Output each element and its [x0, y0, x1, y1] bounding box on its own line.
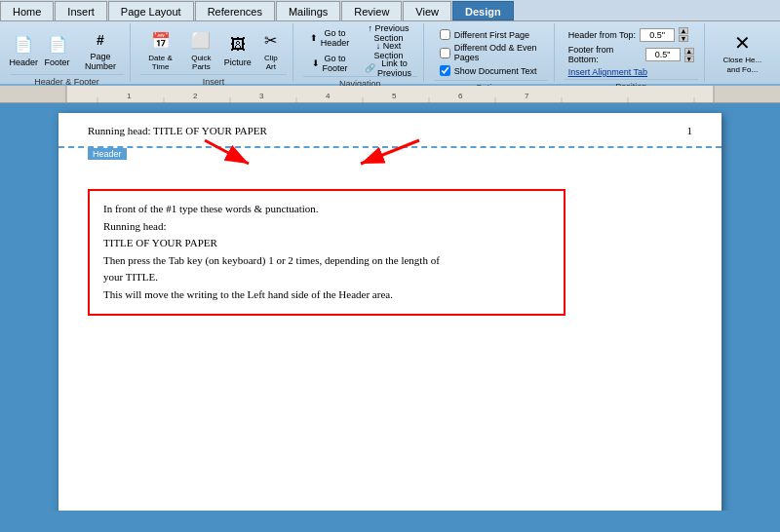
svg-text:3: 3 — [259, 92, 264, 100]
header-top-spinner[interactable]: ▲ ▼ — [679, 27, 688, 42]
next-section-btn[interactable]: ↓ Next Section — [360, 43, 416, 58]
quick-parts-label: Quick Parts — [187, 54, 215, 71]
header-footer-group: 📄 Header 📄 Footer # Page Number Header &… — [4, 23, 131, 82]
tab-bar: Home Insert Page Layout References Maili… — [0, 0, 780, 21]
link-to-prev-btn[interactable]: 🔗 Link to Previous — [360, 60, 416, 76]
annotation-line-1: In front of the #1 type these words & pu… — [103, 203, 319, 214]
doc-body: In front of the #1 type these words & pu… — [58, 160, 722, 335]
show-doc-text-row: Show Document Text — [440, 65, 542, 76]
header-from-top-row: Header from Top: ▲ ▼ — [568, 27, 694, 42]
tab-insert[interactable]: Insert — [55, 1, 107, 20]
link-prev-label: Link to Previous — [376, 58, 411, 78]
footer-bottom-down[interactable]: ▼ — [684, 56, 694, 62]
svg-text:5: 5 — [392, 92, 397, 100]
insert-alignment-tab-btn[interactable]: Insert Alignment Tab — [568, 67, 647, 77]
close-group: ✕ Close He...and Fo... — [709, 23, 776, 82]
picture-btn[interactable]: 🖼 Picture — [222, 25, 254, 74]
show-doc-text-cb[interactable] — [440, 65, 450, 76]
svg-text:2: 2 — [193, 92, 198, 100]
header-from-top-label: Header from Top: — [568, 30, 636, 40]
annotation-box: In front of the #1 type these words & pu… — [88, 189, 566, 316]
page-num-label: Page Number — [80, 52, 122, 71]
goto-footer-label: Go toFooter — [323, 54, 348, 73]
position-content: Header from Top: ▲ ▼ Footer from Bottom:… — [565, 25, 698, 79]
picture-label: Picture — [224, 57, 252, 67]
diff-first-page-cb[interactable] — [440, 29, 450, 40]
goto-header-icon: ⬆ — [310, 33, 318, 43]
svg-text:1: 1 — [127, 92, 132, 100]
ribbon-main: 📄 Header 📄 Footer # Page Number Header &… — [0, 21, 780, 84]
header-from-top-input[interactable] — [640, 28, 675, 42]
options-content: Different First Page Different Odd & Eve… — [434, 25, 548, 80]
close-content: ✕ Close He...and Fo... — [708, 25, 777, 80]
quick-parts-icon: ⬜ — [189, 29, 213, 53]
diff-first-page-row: Different First Page — [440, 29, 542, 40]
tab-references[interactable]: References — [195, 1, 275, 20]
insert-buttons: 📅 Date & Time ⬜ Quick Parts 🖼 Picture ✂ … — [140, 25, 287, 74]
tab-mailings[interactable]: Mailings — [276, 1, 340, 20]
tab-design[interactable]: Design — [452, 1, 514, 20]
navigation-group: ⬆ Go toHeader ⬇ Go toFooter ↑ Previous S… — [297, 23, 424, 82]
ribbon: 📄 Header 📄 Footer # Page Number Header &… — [0, 21, 780, 86]
footer-bottom-up[interactable]: ▲ — [684, 48, 694, 55]
footer-from-bottom-input[interactable] — [645, 48, 681, 61]
annotation-line-3: TITLE OF YOUR PAPER — [103, 237, 217, 248]
ruler: 1 2 3 4 5 6 7 — [0, 86, 780, 103]
annotation-line-6: This will move the writing to the Left h… — [103, 288, 393, 300]
date-label: Date & Time — [145, 54, 176, 71]
section-buttons: ↑ Previous Section ↓ Next Section 🔗 Link… — [360, 25, 416, 76]
tab-view[interactable]: View — [403, 1, 451, 20]
header-icon: 📄 — [12, 33, 35, 57]
clip-art-btn[interactable]: ✂ Clip Art — [255, 25, 287, 74]
clip-art-label: Clip Art — [260, 54, 282, 71]
annotation-line-5: your TITLE. — [103, 271, 158, 283]
diff-odd-even-cb[interactable] — [440, 48, 450, 58]
footer-bottom-spinner[interactable]: ▲ ▼ — [684, 48, 694, 62]
goto-header-label: Go toHeader — [321, 28, 350, 48]
quick-parts-btn[interactable]: ⬜ Quick Parts — [182, 25, 220, 74]
footer-icon: 📄 — [46, 33, 69, 57]
header-label: Header — [9, 57, 38, 67]
tab-home[interactable]: Home — [0, 1, 54, 20]
link-prev-icon: 🔗 — [365, 63, 375, 73]
goto-footer-icon: ⬇ — [312, 58, 320, 68]
footer-from-bottom-row: Footer from Bottom: ▲ ▼ — [568, 45, 694, 64]
tab-page-layout[interactable]: Page Layout — [108, 1, 194, 20]
header-btn[interactable]: 📄 Header — [8, 25, 40, 74]
footer-btn[interactable]: 📄 Footer — [42, 25, 73, 74]
insert-group: 📅 Date & Time ⬜ Quick Parts 🖼 Picture ✂ … — [135, 23, 293, 82]
date-icon: 📅 — [149, 29, 173, 53]
header-top-down[interactable]: ▼ — [679, 35, 688, 42]
page-num-icon: # — [89, 28, 112, 51]
hf-buttons: 📄 Header 📄 Footer # Page Number — [8, 25, 127, 74]
diff-odd-even-row: Different Odd & Even Pages — [440, 43, 542, 62]
footer-from-bottom-label: Footer from Bottom: — [568, 45, 642, 64]
clip-art-icon: ✂ — [259, 29, 283, 53]
ruler-svg: 1 2 3 4 5 6 7 — [0, 86, 780, 103]
picture-icon: 🖼 — [226, 33, 250, 57]
annotation-line-2: Running head: — [103, 220, 166, 232]
footer-label: Footer — [45, 57, 70, 67]
goto-buttons: ⬆ Go toHeader ⬇ Go toFooter — [303, 26, 357, 75]
annotation-line-4: Then press the Tab key (on keyboard) 1 o… — [103, 254, 440, 266]
next-section-label: ↓ Next Section — [365, 41, 411, 60]
header-tab-label[interactable]: Header — [88, 148, 127, 160]
close-icon: ✕ — [734, 31, 751, 55]
options-group: Different First Page Different Odd & Eve… — [428, 23, 555, 82]
prev-section-label: ↑ Previous Section — [365, 23, 411, 43]
svg-rect-1 — [66, 86, 714, 103]
header-top-up[interactable]: ▲ — [679, 27, 688, 34]
document-page: Running head: TITLE OF YOUR PAPER 1 Head… — [58, 113, 722, 511]
close-header-footer-btn[interactable]: ✕ Close He...and Fo... — [716, 28, 769, 77]
page-number-btn[interactable]: # Page Number — [75, 25, 127, 74]
nav-content: ⬆ Go toHeader ⬇ Go toFooter ↑ Previous S… — [303, 25, 417, 76]
position-group: Header from Top: ▲ ▼ Footer from Bottom:… — [559, 23, 705, 82]
page-number: 1 — [687, 125, 693, 136]
date-time-btn[interactable]: 📅 Date & Time — [140, 25, 180, 74]
doc-header[interactable]: Running head: TITLE OF YOUR PAPER 1 — [58, 113, 722, 148]
go-to-header-btn[interactable]: ⬆ Go toHeader — [303, 26, 357, 50]
go-to-footer-btn[interactable]: ⬇ Go toFooter — [303, 52, 357, 75]
tab-review[interactable]: Review — [341, 1, 402, 20]
document-area: Running head: TITLE OF YOUR PAPER 1 Head… — [0, 103, 780, 511]
prev-section-btn[interactable]: ↑ Previous Section — [360, 25, 416, 41]
